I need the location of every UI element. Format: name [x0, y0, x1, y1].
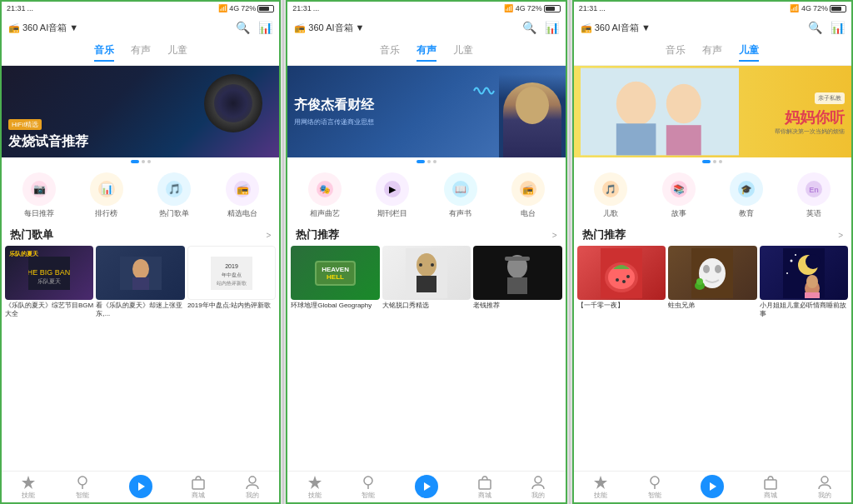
cat-label-radio-2: 电台 — [521, 208, 536, 219]
nav-label-profile-1: 我的 — [246, 491, 259, 500]
nav-profile-1[interactable]: 我的 — [245, 475, 260, 500]
dot-3-2 — [713, 160, 716, 163]
thumb-1-2 — [96, 246, 184, 300]
svg-rect-22 — [192, 480, 204, 489]
bottom-nav-2: 技能 智能 商城 我的 — [287, 471, 565, 502]
chart-icon-1[interactable]: 📊 — [258, 21, 272, 34]
content-item-1-1[interactable]: 乐队的夏天 THE BIG BAND 乐队夏天 《乐队的夏天》综艺节目BGM大全 — [5, 246, 93, 471]
banner-title-3: 妈妈你听 — [775, 107, 845, 127]
tab-kids-2[interactable]: 儿童 — [453, 43, 473, 62]
content-item-2-2[interactable]: 大铭脱口秀精选 — [382, 246, 471, 471]
thumb-2-1: HEAVEN HELL — [291, 246, 379, 300]
section-more-1[interactable]: > — [266, 231, 271, 240]
nav-smart-1[interactable]: 智能 — [75, 475, 90, 500]
content-grid-1: 乐队的夏天 THE BIG BAND 乐队夏天 《乐队的夏天》综艺节目BGM大全… — [2, 246, 279, 471]
tab-music-2[interactable]: 音乐 — [380, 43, 400, 62]
cat-english-3[interactable]: En 英语 — [797, 172, 831, 219]
content-item-3-3[interactable]: 小月姐姐儿童必听情商睡前故事 — [760, 246, 848, 471]
nav-play-1[interactable] — [129, 475, 152, 500]
svg-point-64 — [622, 280, 626, 283]
app-title-3: 📻 360 AI音箱 ▼ — [581, 22, 651, 34]
cat-playlist-1[interactable]: 🎵 热门歌单 — [157, 172, 191, 219]
svg-text:年中盘点: 年中盘点 — [222, 272, 242, 277]
content-title-2-2: 大铭脱口秀精选 — [382, 302, 471, 310]
tab-kids-1[interactable]: 儿童 — [167, 43, 187, 62]
content-item-3-1[interactable]: 【一千零一夜】 — [577, 246, 666, 471]
cat-audiobook-2[interactable]: 📖 有声书 — [444, 172, 477, 219]
section-more-3[interactable]: > — [838, 231, 843, 240]
cat-label-edu-3: 教育 — [739, 208, 754, 219]
chart-icon-2[interactable]: 📊 — [545, 21, 559, 34]
content-title-1-1: 《乐队的夏天》综艺节目BGM大全 — [5, 302, 93, 319]
nav-shop-3[interactable]: 商城 — [763, 475, 778, 500]
cat-edu-3[interactable]: 🎓 教育 — [730, 172, 763, 219]
section-title-2: 热门推荐 — [296, 227, 339, 242]
play-button-3[interactable] — [701, 475, 724, 498]
section-header-2: 热门推荐 > — [287, 224, 565, 246]
svg-point-42 — [364, 477, 372, 485]
tab-music-1[interactable]: 音乐 — [94, 43, 114, 62]
search-icon-2[interactable]: 🔍 — [522, 21, 536, 34]
svg-point-12 — [132, 259, 149, 279]
svg-point-77 — [795, 254, 796, 256]
content-item-2-3[interactable]: 老钱推荐 — [473, 246, 561, 471]
tab-music-3[interactable]: 音乐 — [666, 43, 686, 62]
nav-skills-2[interactable]: 技能 — [307, 475, 322, 500]
banner-sub-3: 帮你解决第一次当妈的烦恼 — [775, 127, 845, 136]
status-bar-2: 21:31 ... 📶 4G 72% — [287, 2, 565, 15]
svg-marker-41 — [308, 476, 322, 489]
cat-label-column-2: 期刊栏目 — [377, 208, 407, 219]
content-item-2-1[interactable]: HEAVEN HELL 环球地理Global Geography — [291, 246, 379, 471]
nav-play-3[interactable] — [701, 475, 724, 500]
banner-podcast-title-2: 齐俊杰看财经 — [294, 97, 374, 114]
app-title-2: 📻 360 AI音箱 ▼ — [294, 22, 364, 34]
tab-kids-3[interactable]: 儿童 — [739, 43, 759, 62]
tab-podcast-2[interactable]: 有声 — [417, 43, 436, 62]
battery-text-1: 72% — [241, 4, 256, 12]
thumb-3-3 — [760, 246, 848, 300]
cat-radio-2[interactable]: 📻 电台 — [511, 172, 545, 219]
play-button-2[interactable] — [415, 475, 438, 498]
cat-radio-1[interactable]: 📻 精选电台 — [226, 172, 259, 219]
cat-songs-3[interactable]: 🎵 儿歌 — [594, 172, 627, 219]
cat-crosstalk-2[interactable]: 🎭 相声曲艺 — [308, 172, 342, 219]
nav-play-2[interactable] — [415, 475, 438, 500]
cat-label-daily-1: 每日推荐 — [24, 208, 54, 219]
cat-rank-1[interactable]: 📊 排行榜 — [90, 172, 123, 219]
cat-daily-1[interactable]: 📷 每日推荐 — [22, 172, 56, 219]
nav-shop-1[interactable]: 商城 — [191, 475, 206, 500]
signal-3: ... — [599, 4, 606, 12]
content-item-1-2[interactable]: 看《乐队的夏天》却迷上张亚东,... — [96, 246, 184, 471]
svg-point-79 — [806, 275, 818, 288]
svg-point-23 — [249, 477, 256, 483]
search-icon-3[interactable]: 🔍 — [808, 21, 822, 34]
thumb-2-2 — [382, 246, 471, 300]
nav-smart-3[interactable]: 智能 — [647, 475, 662, 500]
tab-podcast-1[interactable]: 有声 — [131, 43, 151, 62]
tab-podcast-3[interactable]: 有声 — [702, 43, 722, 62]
network-3: 📶 4G — [790, 4, 811, 12]
nav-label-profile-2: 我的 — [531, 491, 545, 500]
svg-marker-44 — [424, 482, 431, 491]
chart-icon-3[interactable]: 📊 — [831, 21, 845, 34]
search-icon-1[interactable]: 🔍 — [236, 21, 250, 34]
nav-profile-2[interactable]: 我的 — [531, 475, 546, 500]
nav-shop-2[interactable]: 商城 — [477, 475, 492, 500]
cat-column-2[interactable]: ▶ 期刊栏目 — [376, 172, 409, 219]
section-more-2[interactable]: > — [552, 231, 557, 240]
nav-skills-1[interactable]: 技能 — [21, 475, 36, 500]
play-button-1[interactable] — [129, 475, 152, 498]
content-item-3-2[interactable]: 蛀虫兄弟 — [668, 246, 756, 471]
nav-smart-2[interactable]: 智能 — [361, 475, 376, 500]
cat-icon-daily-1: 📷 — [22, 172, 56, 206]
nav-skills-3[interactable]: 技能 — [593, 475, 608, 500]
content-title-1-2: 看《乐队的夏天》却迷上张亚东,... — [96, 302, 184, 319]
thumb-3-1 — [577, 246, 666, 300]
svg-point-48 — [616, 82, 656, 126]
content-item-1-3[interactable]: 2019 年中盘点 站内热评新歌 2019年中盘点:站内热评新歌 — [187, 246, 276, 471]
thumb-3-2 — [668, 246, 756, 300]
banner-2: 齐俊杰看财经 用网络的语言传递商业思想 — [287, 66, 565, 157]
cat-story-3[interactable]: 📚 故事 — [662, 172, 696, 219]
svg-point-86 — [821, 477, 828, 483]
nav-profile-3[interactable]: 我的 — [817, 475, 832, 500]
